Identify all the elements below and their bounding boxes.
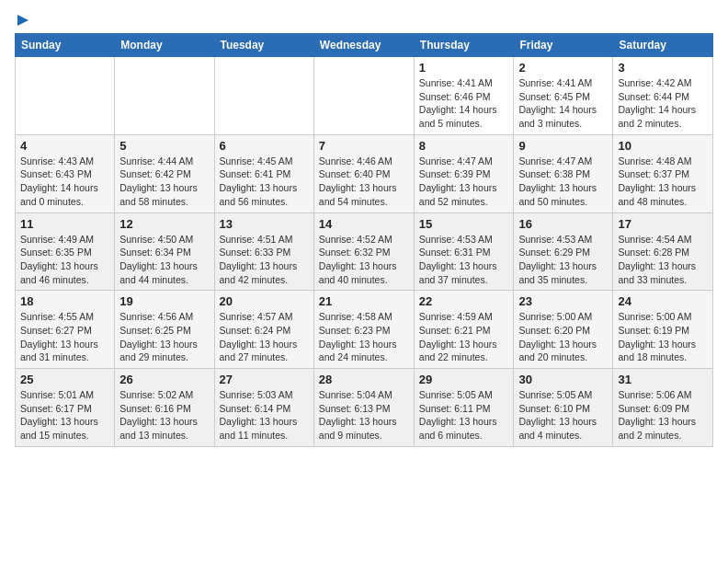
- logo: [15, 15, 30, 26]
- day-info: Sunrise: 5:05 AM Sunset: 6:11 PM Dayligh…: [419, 388, 509, 442]
- calendar-cell: 22Sunrise: 4:59 AM Sunset: 6:21 PM Dayli…: [414, 291, 514, 369]
- day-info: Sunrise: 5:00 AM Sunset: 6:19 PM Dayligh…: [618, 310, 708, 364]
- day-number: 5: [119, 139, 209, 153]
- calendar-cell: 18Sunrise: 4:55 AM Sunset: 6:27 PM Dayli…: [16, 291, 115, 369]
- calendar-cell: 5Sunrise: 4:44 AM Sunset: 6:42 PM Daylig…: [115, 134, 214, 213]
- day-number: 23: [518, 294, 608, 308]
- day-info: Sunrise: 4:50 AM Sunset: 6:34 PM Dayligh…: [119, 233, 209, 287]
- calendar-cell: 1Sunrise: 4:41 AM Sunset: 6:46 PM Daylig…: [414, 57, 514, 135]
- calendar-cell: [16, 57, 115, 135]
- day-info: Sunrise: 5:00 AM Sunset: 6:20 PM Dayligh…: [518, 310, 608, 364]
- calendar-cell: 13Sunrise: 4:51 AM Sunset: 6:33 PM Dayli…: [214, 213, 313, 291]
- day-info: Sunrise: 4:42 AM Sunset: 6:44 PM Dayligh…: [618, 76, 708, 131]
- day-number: 16: [518, 217, 608, 231]
- calendar-cell: [214, 57, 313, 135]
- calendar-cell: 17Sunrise: 4:54 AM Sunset: 6:28 PM Dayli…: [613, 213, 713, 291]
- calendar-cell: 14Sunrise: 4:52 AM Sunset: 6:32 PM Dayli…: [313, 213, 414, 291]
- day-number: 17: [618, 217, 708, 231]
- day-number: 22: [419, 294, 509, 308]
- day-number: 13: [220, 217, 309, 231]
- day-number: 1: [419, 61, 509, 75]
- day-number: 18: [20, 294, 109, 308]
- day-number: 21: [319, 294, 409, 308]
- calendar-cell: 27Sunrise: 5:03 AM Sunset: 6:14 PM Dayli…: [214, 369, 313, 447]
- calendar-cell: 7Sunrise: 4:46 AM Sunset: 6:40 PM Daylig…: [313, 134, 414, 213]
- calendar-cell: 29Sunrise: 5:05 AM Sunset: 6:11 PM Dayli…: [414, 369, 514, 447]
- calendar-cell: 31Sunrise: 5:06 AM Sunset: 6:09 PM Dayli…: [613, 369, 713, 447]
- day-info: Sunrise: 4:43 AM Sunset: 6:43 PM Dayligh…: [20, 155, 109, 209]
- day-info: Sunrise: 5:05 AM Sunset: 6:10 PM Dayligh…: [518, 388, 608, 442]
- day-number: 31: [618, 373, 708, 386]
- day-info: Sunrise: 5:02 AM Sunset: 6:16 PM Dayligh…: [119, 388, 209, 442]
- day-info: Sunrise: 4:57 AM Sunset: 6:24 PM Dayligh…: [220, 310, 309, 364]
- day-info: Sunrise: 4:59 AM Sunset: 6:21 PM Dayligh…: [419, 310, 509, 364]
- day-number: 11: [20, 217, 109, 231]
- day-info: Sunrise: 5:06 AM Sunset: 6:09 PM Dayligh…: [618, 388, 708, 442]
- calendar-cell: [313, 57, 414, 135]
- calendar-cell: 20Sunrise: 4:57 AM Sunset: 6:24 PM Dayli…: [214, 291, 313, 369]
- day-info: Sunrise: 4:54 AM Sunset: 6:28 PM Dayligh…: [618, 233, 708, 287]
- day-number: 8: [419, 139, 509, 153]
- day-info: Sunrise: 4:52 AM Sunset: 6:32 PM Dayligh…: [319, 233, 409, 287]
- day-number: 24: [618, 294, 708, 308]
- calendar-cell: 16Sunrise: 4:53 AM Sunset: 6:29 PM Dayli…: [514, 213, 613, 291]
- day-number: 29: [419, 373, 509, 386]
- svg-marker-0: [17, 15, 28, 26]
- calendar-week-row: 25Sunrise: 5:01 AM Sunset: 6:17 PM Dayli…: [16, 369, 713, 447]
- day-info: Sunrise: 4:48 AM Sunset: 6:37 PM Dayligh…: [618, 155, 708, 209]
- calendar-cell: 23Sunrise: 5:00 AM Sunset: 6:20 PM Dayli…: [514, 291, 613, 369]
- calendar-week-row: 18Sunrise: 4:55 AM Sunset: 6:27 PM Dayli…: [16, 291, 713, 369]
- calendar-cell: 8Sunrise: 4:47 AM Sunset: 6:39 PM Daylig…: [414, 134, 514, 213]
- day-number: 9: [518, 139, 608, 153]
- calendar-header-monday: Monday: [115, 34, 214, 57]
- calendar-cell: 6Sunrise: 4:45 AM Sunset: 6:41 PM Daylig…: [214, 134, 313, 213]
- day-number: 2: [518, 61, 608, 75]
- calendar-cell: 21Sunrise: 4:58 AM Sunset: 6:23 PM Dayli…: [313, 291, 414, 369]
- day-info: Sunrise: 5:04 AM Sunset: 6:13 PM Dayligh…: [319, 388, 409, 442]
- day-number: 15: [419, 217, 509, 231]
- calendar-header-sunday: Sunday: [16, 34, 115, 57]
- day-number: 14: [319, 217, 409, 231]
- day-number: 4: [20, 139, 109, 153]
- day-number: 6: [220, 139, 309, 153]
- day-number: 27: [220, 373, 309, 386]
- day-info: Sunrise: 4:55 AM Sunset: 6:27 PM Dayligh…: [20, 310, 109, 364]
- day-number: 10: [618, 139, 708, 153]
- calendar-cell: 30Sunrise: 5:05 AM Sunset: 6:10 PM Dayli…: [514, 369, 613, 447]
- page-header: [15, 15, 713, 26]
- day-info: Sunrise: 4:47 AM Sunset: 6:39 PM Dayligh…: [419, 155, 509, 209]
- calendar-week-row: 11Sunrise: 4:49 AM Sunset: 6:35 PM Dayli…: [16, 213, 713, 291]
- day-number: 26: [119, 373, 209, 386]
- day-info: Sunrise: 4:58 AM Sunset: 6:23 PM Dayligh…: [319, 310, 409, 364]
- day-info: Sunrise: 5:03 AM Sunset: 6:14 PM Dayligh…: [220, 388, 309, 442]
- calendar-week-row: 4Sunrise: 4:43 AM Sunset: 6:43 PM Daylig…: [16, 134, 713, 213]
- day-info: Sunrise: 4:44 AM Sunset: 6:42 PM Dayligh…: [119, 155, 209, 209]
- calendar-header-tuesday: Tuesday: [214, 34, 313, 57]
- day-info: Sunrise: 5:01 AM Sunset: 6:17 PM Dayligh…: [20, 388, 109, 442]
- calendar-cell: 28Sunrise: 5:04 AM Sunset: 6:13 PM Dayli…: [313, 369, 414, 447]
- day-info: Sunrise: 4:46 AM Sunset: 6:40 PM Dayligh…: [319, 155, 409, 209]
- day-number: 3: [618, 61, 708, 75]
- calendar-cell: 12Sunrise: 4:50 AM Sunset: 6:34 PM Dayli…: [115, 213, 214, 291]
- day-number: 30: [518, 373, 608, 386]
- calendar-header-wednesday: Wednesday: [313, 34, 414, 57]
- day-info: Sunrise: 4:47 AM Sunset: 6:38 PM Dayligh…: [518, 155, 608, 209]
- day-info: Sunrise: 4:51 AM Sunset: 6:33 PM Dayligh…: [220, 233, 309, 287]
- day-number: 25: [20, 373, 109, 386]
- calendar-cell: 10Sunrise: 4:48 AM Sunset: 6:37 PM Dayli…: [613, 134, 713, 213]
- day-info: Sunrise: 4:56 AM Sunset: 6:25 PM Dayligh…: [119, 310, 209, 364]
- calendar-cell: [115, 57, 214, 135]
- day-number: 28: [319, 373, 409, 386]
- day-info: Sunrise: 4:53 AM Sunset: 6:29 PM Dayligh…: [518, 233, 608, 287]
- calendar-cell: 9Sunrise: 4:47 AM Sunset: 6:38 PM Daylig…: [514, 134, 613, 213]
- calendar-cell: 19Sunrise: 4:56 AM Sunset: 6:25 PM Dayli…: [115, 291, 214, 369]
- day-number: 20: [220, 294, 309, 308]
- logo-flag-icon: [16, 13, 30, 28]
- day-info: Sunrise: 4:53 AM Sunset: 6:31 PM Dayligh…: [419, 233, 509, 287]
- day-info: Sunrise: 4:41 AM Sunset: 6:46 PM Dayligh…: [419, 76, 509, 131]
- calendar-cell: 25Sunrise: 5:01 AM Sunset: 6:17 PM Dayli…: [16, 369, 115, 447]
- day-number: 19: [119, 294, 209, 308]
- calendar-header-row: SundayMondayTuesdayWednesdayThursdayFrid…: [16, 34, 713, 57]
- day-info: Sunrise: 4:49 AM Sunset: 6:35 PM Dayligh…: [20, 233, 109, 287]
- calendar-header-thursday: Thursday: [414, 34, 514, 57]
